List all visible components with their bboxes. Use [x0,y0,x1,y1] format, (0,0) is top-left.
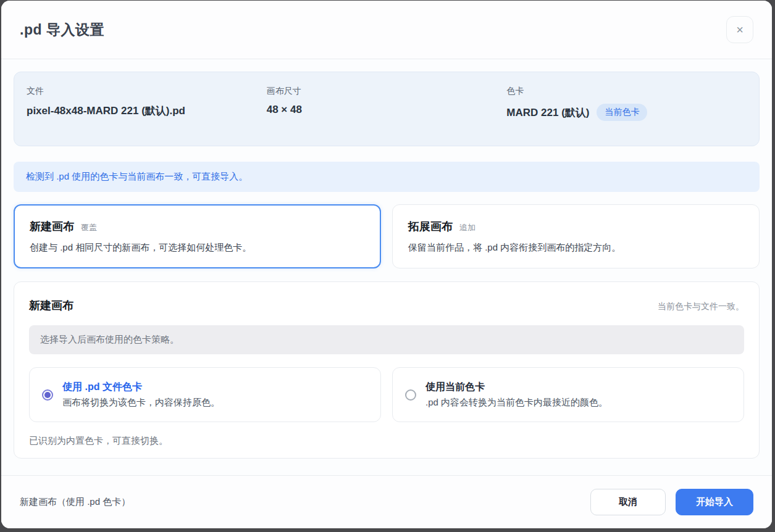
file-info-col: 文件 pixel-48x48-MARD 221 (默认).pd [27,86,267,121]
file-info-bar: 文件 pixel-48x48-MARD 221 (默认).pd 画布尺寸 48 … [14,72,760,146]
pd-import-dialog: .pd 导入设置 × 文件 pixel-48x48-MARD 221 (默认).… [1,1,772,528]
close-icon: × [736,23,744,36]
option-title: 使用 .pd 文件色卡 [62,381,368,394]
palette-name: MARD 221 (默认) [506,106,589,120]
mode-title-row: 新建画布 覆盖 [30,219,365,234]
palette-label: 色卡 [506,86,747,97]
footer-actions: 取消 开始导入 [590,489,753,515]
palette-option-use-current[interactable]: 使用当前色卡 .pd 内容会转换为当前色卡内最接近的颜色。 [392,367,744,422]
option-description: 画布将切换为该色卡，内容保持原色。 [62,397,368,409]
start-import-button[interactable]: 开始导入 [676,489,753,515]
canvas-size-col: 画布尺寸 48 × 48 [267,86,507,121]
panel-heading: 新建画布 [29,298,73,313]
cancel-button[interactable]: 取消 [590,489,666,515]
palette-match-note: 当前色卡与文件一致。 [658,301,744,312]
mode-card-new-canvas[interactable]: 新建画布 覆盖 创建与 .pd 相同尺寸的新画布，可选择如何处理色卡。 [14,204,381,268]
radio-unselected-icon[interactable] [405,389,416,401]
close-button[interactable]: × [726,16,753,43]
dialog-header: .pd 导入设置 × [1,1,772,59]
option-text: 使用当前色卡 .pd 内容会转换为当前色卡内最接近的颜色。 [425,381,731,409]
import-mode-row: 新建画布 覆盖 创建与 .pd 相同尺寸的新画布，可选择如何处理色卡。 拓展画布… [14,204,760,268]
panel-head: 新建画布 当前色卡与文件一致。 [29,298,744,313]
mode-title-row: 拓展画布 追加 [408,219,744,234]
dialog-title: .pd 导入设置 [20,20,104,39]
mode-tag: 追加 [459,222,475,233]
option-description: .pd 内容会转换为当前色卡内最接近的颜色。 [425,397,731,409]
palette-option-use-file[interactable]: 使用 .pd 文件色卡 画布将切换为该色卡，内容保持原色。 [29,367,381,422]
file-name: pixel-48x48-MARD 221 (默认).pd [27,104,267,118]
canvas-size-label: 画布尺寸 [267,86,507,97]
mode-description: 保留当前作品，将 .pd 内容衔接到画布的指定方向。 [408,242,744,254]
palette-col: 色卡 MARD 221 (默认) 当前色卡 [506,86,747,121]
mode-tag: 覆盖 [81,222,97,233]
palette-match-notice: 检测到 .pd 使用的色卡与当前画布一致，可直接导入。 [14,162,760,192]
builtin-palette-footnote: 已识别为内置色卡，可直接切换。 [29,435,744,447]
mode-card-extend-canvas[interactable]: 拓展画布 追加 保留当前作品，将 .pd 内容衔接到画布的指定方向。 [392,204,760,268]
selection-summary: 新建画布（使用 .pd 色卡） [20,496,130,508]
dialog-footer: 新建画布（使用 .pd 色卡） 取消 开始导入 [1,475,772,528]
canvas-size-value: 48 × 48 [267,104,507,116]
palette-option-row: 使用 .pd 文件色卡 画布将切换为该色卡，内容保持原色。 使用当前色卡 .pd… [29,367,744,422]
radio-selected-icon[interactable] [42,389,53,401]
option-text: 使用 .pd 文件色卡 画布将切换为该色卡，内容保持原色。 [62,381,368,409]
dialog-content: 文件 pixel-48x48-MARD 221 (默认).pd 画布尺寸 48 … [1,59,772,475]
mode-title: 拓展画布 [408,219,453,234]
mode-title: 新建画布 [30,219,74,234]
mode-description: 创建与 .pd 相同尺寸的新画布，可选择如何处理色卡。 [30,242,365,254]
option-title: 使用当前色卡 [425,381,731,394]
new-canvas-settings-panel: 新建画布 当前色卡与文件一致。 选择导入后画布使用的色卡策略。 使用 .pd 文… [14,281,760,459]
palette-value-row: MARD 221 (默认) 当前色卡 [506,104,747,121]
palette-strategy-hint: 选择导入后画布使用的色卡策略。 [29,325,744,354]
current-palette-badge: 当前色卡 [597,104,647,121]
file-label: 文件 [27,86,267,97]
